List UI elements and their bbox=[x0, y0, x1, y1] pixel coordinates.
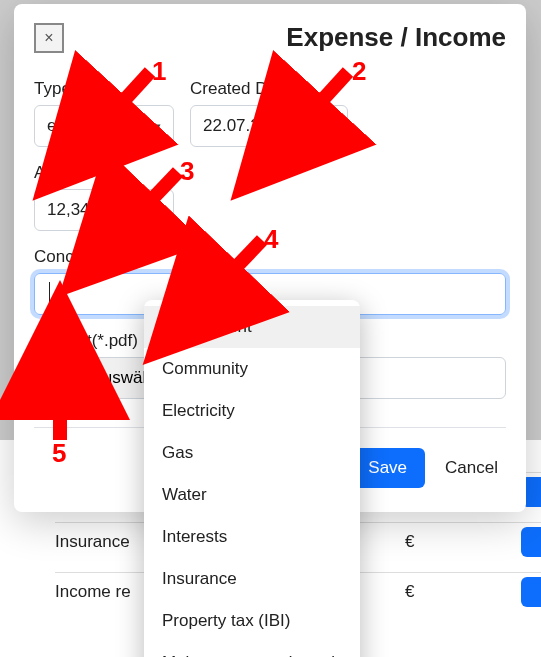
close-icon: × bbox=[44, 29, 53, 47]
annotation-number: 1 bbox=[152, 56, 166, 87]
annotation-number: 2 bbox=[352, 56, 366, 87]
modal-title: Expense / Income bbox=[286, 22, 506, 53]
dropdown-item[interactable]: Maintenance and repair bbox=[144, 642, 360, 657]
dropdown-item[interactable]: Community bbox=[144, 348, 360, 390]
dropdown-item[interactable]: Gas bbox=[144, 432, 360, 474]
dropdown-item[interactable]: Water bbox=[144, 474, 360, 516]
amount-value: 12,34 € bbox=[47, 200, 104, 220]
created-date-input[interactable]: 22.07.2024 bbox=[190, 105, 348, 147]
calendar-icon bbox=[319, 118, 335, 134]
text-cursor bbox=[49, 282, 50, 306]
cancel-button[interactable]: Cancel bbox=[437, 448, 506, 488]
bg-action-button[interactable] bbox=[521, 577, 541, 607]
dropdown-item[interactable]: Electricity bbox=[144, 390, 360, 432]
chevron-down-icon: ▾ bbox=[154, 119, 161, 134]
annotation-number: 3 bbox=[180, 156, 194, 187]
annotation-number: 5 bbox=[52, 438, 66, 469]
amount-input[interactable]: 12,34 € bbox=[34, 189, 174, 231]
created-date-label: Created Date bbox=[190, 79, 348, 99]
date-value: 22.07.2024 bbox=[203, 116, 288, 136]
amount-label: Amount € bbox=[34, 163, 174, 183]
save-button[interactable]: Save bbox=[350, 448, 425, 488]
svg-rect-1 bbox=[320, 121, 334, 124]
concept-autocomplete-dropdown: Income rent Community Electricity Gas Wa… bbox=[144, 300, 360, 657]
dropdown-item[interactable]: Income rent bbox=[144, 306, 360, 348]
type-select[interactable]: expense ▾ bbox=[34, 105, 174, 147]
close-button[interactable]: × bbox=[34, 23, 64, 53]
dropdown-item[interactable]: Property tax (IBI) bbox=[144, 600, 360, 642]
bg-action-button[interactable] bbox=[521, 527, 541, 557]
annotation-number: 4 bbox=[264, 224, 278, 255]
dropdown-item[interactable]: Insurance bbox=[144, 558, 360, 600]
dropdown-item[interactable]: Interests bbox=[144, 516, 360, 558]
type-value: expense bbox=[47, 116, 111, 136]
